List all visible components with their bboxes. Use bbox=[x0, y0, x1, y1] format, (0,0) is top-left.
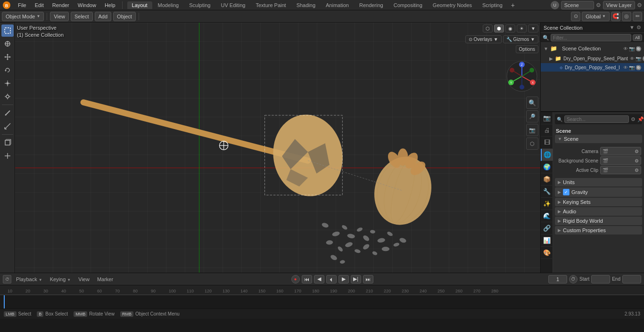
collection-eye-icon[interactable]: 👁 bbox=[623, 46, 628, 51]
transform-orientation-btn[interactable]: Global ▼ bbox=[582, 12, 610, 21]
viewport-options-btn[interactable]: Options bbox=[516, 45, 538, 53]
play-btn[interactable]: ▶ bbox=[339, 275, 349, 283]
active-clip-picker-btn[interactable]: ⚙ bbox=[635, 168, 639, 173]
bg-scene-picker-btn[interactable]: ⚙ bbox=[635, 158, 639, 163]
outliner-filter-icon[interactable]: ▼ bbox=[629, 24, 635, 31]
object-mode-btn[interactable]: Object Mode ▼ bbox=[2, 12, 44, 21]
zoom-out-btn[interactable]: 🔎 bbox=[526, 110, 538, 122]
object-menu-btn[interactable]: Object bbox=[113, 12, 136, 21]
outliner-collection-header[interactable]: ▼ 📁 Scene Collection 👁 📷 🔘 bbox=[541, 43, 644, 54]
collection-render-icon[interactable]: 🔘 bbox=[636, 46, 641, 51]
keying-menu-btn[interactable]: Keying ▼ bbox=[47, 275, 74, 283]
custom-props-section-header[interactable]: ▶ Custom Properties bbox=[555, 226, 642, 235]
scene-subsection-header[interactable]: ▼ Scene bbox=[555, 135, 642, 143]
plant-eye-icon[interactable]: 👁 bbox=[630, 56, 635, 61]
toggle-camera-btn[interactable]: 📷 bbox=[526, 124, 538, 136]
jump-end-btn[interactable]: ⏭ bbox=[363, 275, 373, 283]
scale-tool-btn[interactable] bbox=[1, 77, 14, 89]
toggle-perspective-btn[interactable]: ⬡ bbox=[526, 138, 538, 150]
props-pin-btn[interactable]: 📌 bbox=[637, 116, 644, 122]
zoom-in-btn[interactable]: 🔍 bbox=[526, 97, 538, 109]
scene-props-btn[interactable]: 🌐 bbox=[541, 149, 553, 161]
material-props-btn[interactable]: 🎨 bbox=[541, 247, 553, 259]
viewport-3d[interactable]: User Perspective (1) Scene Collection bbox=[15, 23, 540, 273]
viewlayer-props-btn[interactable]: 🎞 bbox=[541, 137, 553, 149]
view-menu-btn[interactable]: View bbox=[50, 12, 69, 21]
world-props-btn[interactable]: 🌍 bbox=[541, 161, 553, 173]
annotate-tool-btn[interactable] bbox=[1, 107, 14, 119]
camera-picker-btn[interactable]: ⚙ bbox=[635, 149, 639, 154]
pivot-point-btn[interactable]: ⊙ bbox=[571, 12, 580, 21]
prev-frame-btn[interactable]: ◀ bbox=[314, 275, 324, 283]
cursor-tool-btn[interactable] bbox=[1, 38, 14, 50]
material-shading-btn[interactable]: ◉ bbox=[505, 24, 515, 32]
end-frame-input[interactable]: 250 bbox=[622, 275, 641, 283]
workspace-tab-uvediting[interactable]: UV Editing bbox=[216, 1, 250, 9]
plant-camera-icon[interactable]: 📷 bbox=[636, 56, 641, 61]
menu-render[interactable]: Render bbox=[49, 1, 73, 9]
view-layer-btn[interactable]: View Layer bbox=[603, 1, 635, 9]
workspace-tab-compositing[interactable]: Compositing bbox=[389, 1, 427, 9]
audio-section-header[interactable]: ▶ Audio bbox=[555, 207, 642, 216]
object-props-btn[interactable]: 📦 bbox=[541, 173, 553, 186]
workspace-tab-animation[interactable]: Animation bbox=[321, 1, 354, 9]
workspace-tab-scripting[interactable]: Scripting bbox=[478, 1, 507, 9]
keying-sets-section-header[interactable]: ▶ Keying Sets bbox=[555, 198, 642, 206]
overlay-btn[interactable]: ⊙ Overlays ▼ bbox=[465, 35, 502, 43]
workspace-tab-texturepaint[interactable]: Texture Paint bbox=[251, 1, 290, 9]
outliner-filter-all-btn[interactable]: All bbox=[633, 34, 642, 41]
workspace-tab-sculpting[interactable]: Sculpting bbox=[184, 1, 215, 9]
solid-shading-btn[interactable]: ⬢ bbox=[494, 24, 504, 32]
jump-start-btn[interactable]: ⏮ bbox=[302, 275, 312, 283]
empty-btn[interactable] bbox=[1, 150, 14, 162]
grease-pencil-btn[interactable]: ✏ bbox=[633, 12, 642, 21]
camera-field-value[interactable]: 🎬 ⚙ bbox=[600, 147, 641, 155]
workspace-tab-modeling[interactable]: Modeling bbox=[153, 1, 184, 9]
menu-help[interactable]: Help bbox=[101, 1, 119, 9]
props-options-btn[interactable]: ⚙ bbox=[631, 116, 636, 122]
marker-menu-btn[interactable]: Marker bbox=[94, 275, 116, 283]
timeline-track[interactable] bbox=[0, 295, 644, 308]
transform-tool-btn[interactable] bbox=[1, 90, 14, 103]
start-frame-input[interactable]: 1 bbox=[591, 275, 610, 283]
menu-window[interactable]: Window bbox=[74, 1, 100, 9]
outliner-options-icon[interactable]: ⚙ bbox=[636, 24, 641, 31]
plant-render-icon[interactable]: 🔘 bbox=[642, 56, 644, 61]
bg-scene-field-value[interactable]: 🎬 ⚙ bbox=[600, 156, 641, 165]
rendered-shading-btn[interactable]: ☀ bbox=[517, 24, 527, 32]
collection-camera-icon[interactable]: 📷 bbox=[629, 46, 635, 51]
rigid-body-section-header[interactable]: ▶ Rigid Body World bbox=[555, 217, 642, 225]
add-cube-btn[interactable] bbox=[1, 137, 14, 149]
move-tool-btn[interactable] bbox=[1, 51, 14, 63]
measure-tool-btn[interactable] bbox=[1, 120, 14, 132]
viewport-canvas[interactable]: ⬡ ⬢ ◉ ☀ ▼ ⊙ Overlays ▼ 🔧 Gizmos ▼ Option… bbox=[15, 23, 540, 273]
units-section-header[interactable]: ▶ Units bbox=[555, 178, 642, 186]
active-clip-field-value[interactable]: 🎬 ⚙ bbox=[600, 166, 641, 174]
wireframe-shading-btn[interactable]: ⬡ bbox=[483, 24, 493, 32]
props-search-input[interactable] bbox=[564, 115, 629, 123]
workspace-tab-layout[interactable]: Layout bbox=[127, 1, 152, 9]
constraint-props-btn[interactable]: 🔗 bbox=[541, 222, 553, 235]
seed-eye-icon[interactable]: 👁 bbox=[623, 65, 628, 70]
proportional-edit-btn[interactable]: ◎ bbox=[622, 12, 631, 21]
seed-camera-icon[interactable]: 📷 bbox=[629, 65, 635, 70]
current-frame-input[interactable]: 1 bbox=[548, 275, 567, 283]
seed-render-icon[interactable]: 🔘 bbox=[636, 65, 641, 70]
outliner-search-input[interactable] bbox=[551, 34, 631, 41]
rotate-tool-btn[interactable] bbox=[1, 64, 14, 76]
menu-file[interactable]: File bbox=[14, 1, 30, 9]
gizmo-btn[interactable]: 🔧 Gizmos ▼ bbox=[503, 35, 538, 43]
render-props-btn[interactable]: 📷 bbox=[541, 112, 553, 124]
gravity-section-header[interactable]: ▶ ✓ Gravity bbox=[555, 187, 642, 197]
select-tool-btn[interactable] bbox=[1, 24, 14, 37]
playback-menu-btn[interactable]: Playback ▼ bbox=[13, 275, 45, 283]
outliner-item-seed[interactable]: ▶ ⟐ Dry_Open_Poppy_Seed_I 👁 📷 🔘 bbox=[541, 63, 644, 72]
view-menu-timeline-btn[interactable]: View bbox=[75, 275, 92, 283]
snap-btn[interactable]: 🧲 bbox=[611, 12, 620, 21]
workspace-tab-geonodes[interactable]: Geometry Nodes bbox=[428, 1, 477, 9]
viewport-shading-options-btn[interactable]: ▼ bbox=[528, 24, 538, 32]
physics-props-btn[interactable]: 🌊 bbox=[541, 210, 553, 222]
scene-selector[interactable] bbox=[561, 1, 594, 9]
add-menu-btn[interactable]: Add bbox=[95, 12, 112, 21]
menu-edit[interactable]: Edit bbox=[31, 1, 48, 9]
